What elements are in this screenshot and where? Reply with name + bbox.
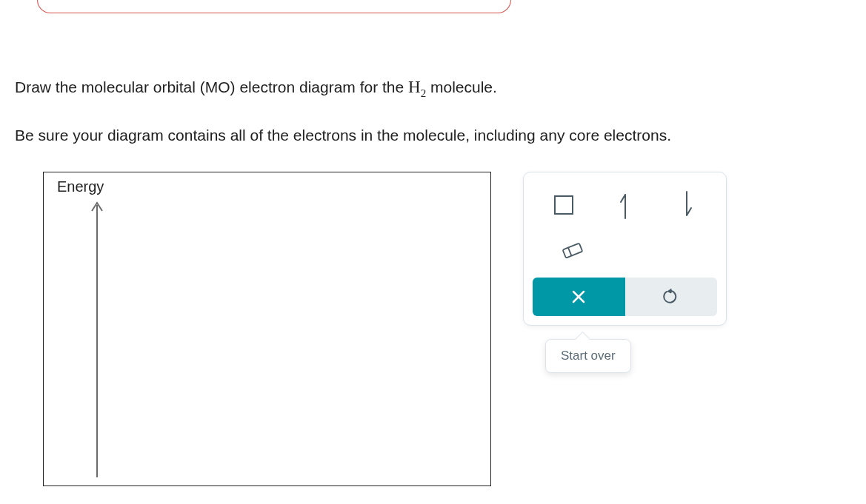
orbital-box-tool[interactable] (535, 187, 593, 223)
palette-row-1 (533, 186, 717, 224)
electron-down-tool[interactable] (658, 187, 716, 223)
svg-rect-1 (563, 243, 583, 258)
box-icon (554, 195, 573, 215)
tool-palette (523, 172, 727, 326)
electron-up-tool[interactable] (596, 187, 654, 223)
close-icon (571, 289, 586, 304)
question-line-1: Draw the molecular orbital (MO) electron… (15, 74, 671, 102)
energy-axis-arrow (90, 199, 104, 480)
eraser-tool[interactable] (543, 233, 601, 269)
energy-axis-label: Energy (57, 178, 104, 195)
q1-pre: Draw the molecular orbital (MO) electron… (15, 78, 408, 95)
palette-action-row (533, 278, 717, 316)
palette-row-2 (533, 232, 717, 270)
reset-button[interactable] (625, 278, 718, 316)
eraser-icon (558, 241, 586, 261)
clear-button[interactable] (533, 278, 625, 316)
tooltip-text: Start over (561, 349, 616, 363)
question-block: Draw the molecular orbital (MO) electron… (15, 74, 671, 147)
undo-icon (663, 289, 679, 305)
alert-outline-bottom (37, 0, 511, 13)
start-over-tooltip: Start over (545, 339, 631, 373)
svg-line-2 (568, 248, 571, 256)
q1-post: molecule. (426, 78, 497, 95)
down-half-arrow-icon (679, 190, 694, 220)
formula-h2: H2 (408, 78, 426, 96)
drawing-canvas[interactable]: Energy (43, 172, 491, 486)
up-half-arrow-icon (618, 190, 633, 220)
question-line-2: Be sure your diagram contains all of the… (15, 123, 671, 148)
